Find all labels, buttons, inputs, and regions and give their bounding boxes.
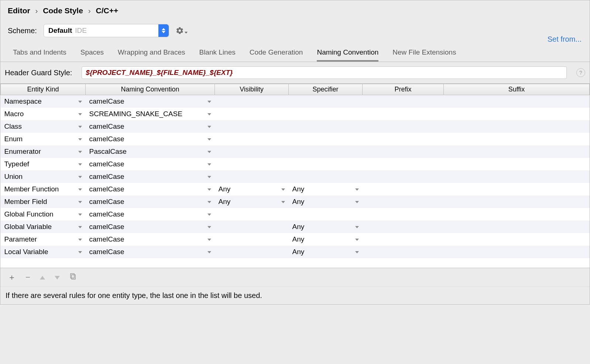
cell-dropdown[interactable]: camelCase xyxy=(89,185,211,193)
chevron-down-icon xyxy=(78,224,82,229)
cell-dropdown[interactable]: Any xyxy=(292,235,359,243)
tab-tabs-indents[interactable]: Tabs and Indents xyxy=(13,48,66,62)
cell-dropdown[interactable]: camelCase xyxy=(89,248,211,256)
move-up-button[interactable] xyxy=(40,274,45,281)
svg-marker-36 xyxy=(40,276,45,280)
cell-dropdown[interactable]: Any xyxy=(219,185,285,193)
table-row[interactable]: Global FunctioncamelCase xyxy=(1,208,590,221)
chevron-down-icon xyxy=(207,149,211,154)
chevron-down-icon xyxy=(78,149,82,154)
svg-marker-17 xyxy=(78,188,82,191)
table-row[interactable]: Local VariablecamelCaseAny xyxy=(1,246,590,258)
breadcrumb-editor[interactable]: Editor xyxy=(8,6,30,15)
cell-dropdown[interactable]: camelCase xyxy=(89,223,211,231)
svg-marker-14 xyxy=(207,163,211,166)
table-row[interactable]: NamespacecamelCase xyxy=(1,95,590,108)
svg-marker-8 xyxy=(207,126,211,128)
cell-dropdown[interactable]: Member Function xyxy=(4,185,82,193)
cell-dropdown[interactable]: camelCase xyxy=(89,122,211,131)
cell-dropdown[interactable]: Any xyxy=(292,248,359,256)
cell-dropdown[interactable]: Global Function xyxy=(4,210,82,218)
col-specifier[interactable]: Specifier xyxy=(289,84,363,95)
header-guard-label: Header Guard Style: xyxy=(5,69,72,77)
cell-dropdown[interactable]: Any xyxy=(292,185,359,193)
move-down-button[interactable] xyxy=(55,274,60,281)
col-suffix[interactable]: Suffix xyxy=(444,84,590,95)
svg-marker-16 xyxy=(207,176,211,178)
tab-spaces[interactable]: Spaces xyxy=(80,48,104,62)
set-from-link[interactable]: Set from... xyxy=(548,35,582,44)
chevron-down-icon xyxy=(78,99,82,104)
add-button[interactable]: ＋ xyxy=(8,272,16,283)
gear-icon[interactable] xyxy=(176,27,188,35)
cell-dropdown[interactable]: camelCase xyxy=(89,135,211,143)
col-visibility[interactable]: Visibility xyxy=(215,84,289,95)
svg-marker-0 xyxy=(162,28,165,30)
cell-dropdown[interactable]: Enumerator xyxy=(4,148,82,156)
tab-wrapping[interactable]: Wrapping and Braces xyxy=(118,48,185,62)
chevron-down-icon xyxy=(281,187,285,192)
chevron-down-icon xyxy=(78,111,82,117)
cell-dropdown[interactable]: camelCase xyxy=(89,235,211,243)
cell-dropdown[interactable]: Union xyxy=(4,173,82,181)
svg-marker-11 xyxy=(78,151,82,153)
table-row[interactable]: Member FieldcamelCaseAnyAny xyxy=(1,195,590,208)
cell-dropdown[interactable]: Class xyxy=(4,122,82,131)
tab-code-gen[interactable]: Code Generation xyxy=(250,48,303,62)
table-row[interactable]: EnumcamelCase xyxy=(1,133,590,145)
breadcrumb-codestyle[interactable]: Code Style xyxy=(43,6,83,15)
svg-marker-33 xyxy=(78,251,82,253)
chevron-down-icon xyxy=(207,212,211,217)
col-naming-convention[interactable]: Naming Convention xyxy=(86,84,215,95)
tab-new-file-ext[interactable]: New File Extensions xyxy=(392,48,456,62)
cell-dropdown[interactable]: Enum xyxy=(4,135,82,143)
cell-dropdown[interactable]: camelCase xyxy=(89,210,211,218)
cell-dropdown[interactable]: camelCase xyxy=(89,173,211,181)
cell-dropdown[interactable]: Any xyxy=(219,198,285,206)
svg-marker-3 xyxy=(78,101,82,103)
cell-dropdown[interactable]: Any xyxy=(292,223,359,231)
cell-dropdown[interactable]: SCREAMING_SNAKE_CASE xyxy=(89,110,211,118)
cell-dropdown[interactable]: Global Variable xyxy=(4,223,82,231)
cell-dropdown[interactable]: Typedef xyxy=(4,160,82,168)
cell-dropdown[interactable]: camelCase xyxy=(89,97,211,105)
table-row[interactable]: Global VariablecamelCaseAny xyxy=(1,221,590,233)
svg-marker-26 xyxy=(207,214,211,216)
cell-dropdown[interactable]: PascalCase xyxy=(89,148,211,156)
svg-marker-15 xyxy=(78,176,82,178)
help-icon[interactable]: ? xyxy=(576,68,585,77)
svg-marker-6 xyxy=(207,113,211,115)
cell-dropdown[interactable]: Parameter xyxy=(4,235,82,243)
svg-marker-25 xyxy=(78,214,82,216)
cell-dropdown[interactable]: Namespace xyxy=(4,97,82,105)
cell-dropdown[interactable]: camelCase xyxy=(89,198,211,206)
table-row[interactable]: ParametercamelCaseAny xyxy=(1,233,590,246)
col-prefix[interactable]: Prefix xyxy=(363,84,444,95)
remove-button[interactable]: − xyxy=(25,273,30,282)
cell-dropdown[interactable]: camelCase xyxy=(89,160,211,168)
updown-icon[interactable] xyxy=(158,24,169,37)
table-row[interactable]: ClasscamelCase xyxy=(1,120,590,133)
table-row[interactable]: Member FunctioncamelCaseAnyAny xyxy=(1,183,590,195)
col-entity-kind[interactable]: Entity Kind xyxy=(1,84,86,95)
svg-marker-5 xyxy=(78,113,82,115)
cell-dropdown[interactable]: Local Variable xyxy=(4,248,82,256)
cell-dropdown[interactable]: Member Field xyxy=(4,198,82,206)
tab-blank-lines[interactable]: Blank Lines xyxy=(199,48,235,62)
cell-dropdown[interactable]: Any xyxy=(292,198,359,206)
cell-dropdown[interactable]: Macro xyxy=(4,110,82,118)
svg-marker-28 xyxy=(207,226,211,228)
table-row[interactable]: TypedefcamelCase xyxy=(1,158,590,170)
breadcrumb-ccpp[interactable]: C/C++ xyxy=(96,6,119,15)
table-row[interactable]: EnumeratorPascalCase xyxy=(1,145,590,158)
table-row[interactable]: UnioncamelCase xyxy=(1,170,590,183)
chevron-down-icon xyxy=(78,199,82,204)
table-row[interactable]: MacroSCREAMING_SNAKE_CASE xyxy=(1,108,590,120)
chevron-down-icon xyxy=(78,162,82,167)
scheme-select[interactable]: Default IDE xyxy=(44,24,169,37)
tab-naming-convention[interactable]: Naming Convention xyxy=(317,48,378,62)
chevron-down-icon xyxy=(207,162,211,167)
chevron-down-icon xyxy=(207,249,211,254)
copy-button[interactable] xyxy=(69,273,76,282)
header-guard-input[interactable] xyxy=(82,66,567,79)
